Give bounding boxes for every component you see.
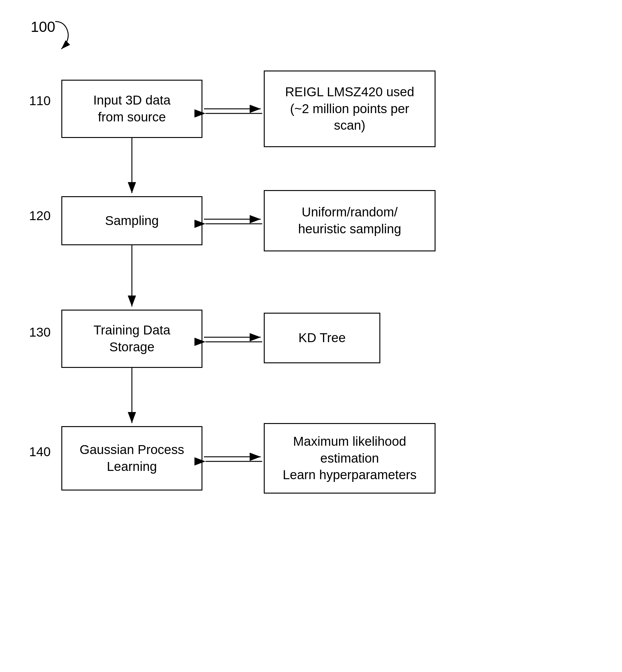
step-label-140: 140: [29, 445, 50, 459]
figure-arrow-indicator: [37, 19, 74, 58]
step-label-110: 110: [29, 94, 50, 108]
box-input-3d: Input 3D datafrom source: [61, 80, 202, 138]
diagram-container: 100 110 Input 3D datafrom source REIGL L…: [0, 0, 622, 672]
box-training-data: Training DataStorage: [61, 310, 202, 368]
step-label-120: 120: [29, 209, 50, 223]
box-gaussian-process: Gaussian ProcessLearning: [61, 426, 202, 491]
step-label-130: 130: [29, 325, 50, 340]
box-sampling: Sampling: [61, 196, 202, 245]
box-max-likelihood: Maximum likelihoodestimationLearn hyperp…: [264, 423, 436, 494]
box-kd-tree: KD Tree: [264, 313, 380, 363]
box-uniform-random: Uniform/random/heuristic sampling: [264, 190, 436, 251]
box-reigl: REIGL LMSZ420 used(~2 million points per…: [264, 71, 436, 147]
